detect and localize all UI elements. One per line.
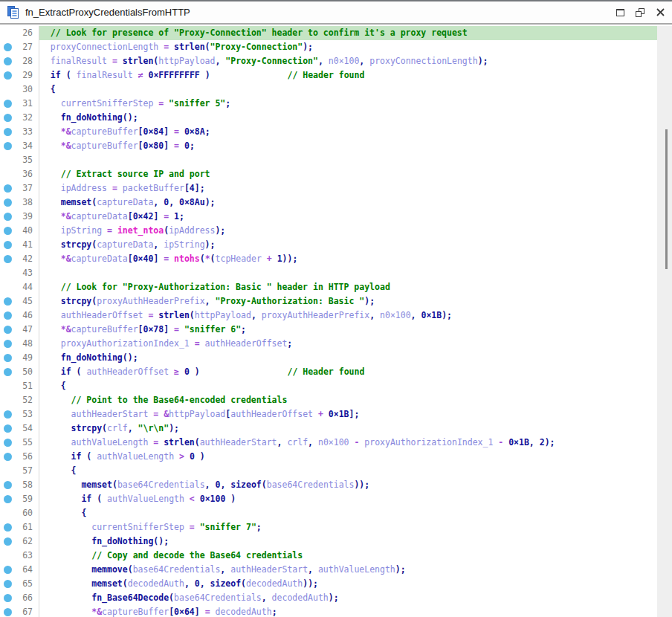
code-text[interactable]: // Copy and decode the Base64 credential… [39, 549, 657, 563]
code-text[interactable]: strcpy(captureData, ipString); [39, 238, 657, 252]
close-button[interactable] [655, 7, 665, 18]
breakpoint-dot[interactable] [4, 453, 12, 461]
breakpoint-slot[interactable] [0, 481, 16, 489]
breakpoint-slot[interactable] [0, 523, 16, 532]
breakpoint-dot[interactable] [4, 241, 12, 249]
code-text[interactable] [39, 153, 657, 167]
maximize-button[interactable] [615, 7, 625, 18]
code-text[interactable]: if ( authValueLength < 0×100 ) [39, 492, 657, 506]
breakpoint-dot[interactable] [4, 594, 12, 602]
breakpoint-dot[interactable] [4, 495, 12, 503]
breakpoint-slot[interactable] [0, 608, 16, 616]
breakpoint-slot[interactable] [0, 580, 16, 588]
breakpoint-dot[interactable] [4, 566, 12, 574]
code-text[interactable]: { [39, 464, 657, 478]
code-text[interactable]: *&captureBuffer[0×64] = decodedAuth; [39, 605, 657, 617]
breakpoint-dot[interactable] [4, 410, 12, 419]
scrollbar-track[interactable] [657, 26, 672, 617]
breakpoint-slot[interactable] [0, 424, 16, 433]
breakpoint-slot[interactable] [0, 198, 16, 207]
code-text[interactable]: *&captureBuffer[0×78] = "sniffer 6"; [39, 323, 657, 337]
breakpoint-dot[interactable] [4, 523, 12, 532]
code-text[interactable]: currentSnifferStep = "sniffer 7"; [39, 520, 657, 534]
breakpoint-dot[interactable] [4, 297, 12, 306]
breakpoint-dot[interactable] [4, 128, 12, 136]
code-text[interactable]: *&captureBuffer[0×84] = 0×8A; [39, 125, 657, 139]
breakpoint-slot[interactable] [0, 184, 16, 193]
code-text[interactable]: // Look for "Proxy-Authorization: Basic … [39, 280, 657, 294]
breakpoint-slot[interactable] [0, 594, 16, 602]
code-text[interactable]: // Point to the Base64-encoded credentia… [39, 393, 657, 407]
breakpoint-slot[interactable] [0, 354, 16, 362]
breakpoint-slot[interactable] [0, 453, 16, 461]
breakpoint-dot[interactable] [4, 580, 12, 588]
code-text[interactable]: memset(captureData, 0, 0×8Au); [39, 196, 657, 210]
breakpoint-dot[interactable] [4, 142, 12, 150]
breakpoint-slot[interactable] [0, 537, 16, 546]
breakpoint-dot[interactable] [4, 608, 12, 616]
code-text[interactable] [39, 266, 657, 280]
breakpoint-slot[interactable] [0, 255, 16, 263]
breakpoint-slot[interactable] [0, 100, 16, 108]
code-text[interactable]: memset(base64Credentials, 0, sizeof(base… [39, 478, 657, 492]
breakpoint-dot[interactable] [4, 255, 12, 263]
code-text[interactable]: if ( finalResult ≠ 0×FFFFFFFF ) // Heade… [39, 68, 657, 83]
breakpoint-slot[interactable] [0, 227, 16, 235]
code-text[interactable]: authHeaderStart = &httpPayload[authHeade… [39, 407, 657, 421]
breakpoint-dot[interactable] [4, 184, 12, 193]
code-text[interactable]: fn_Base64Decode(base64Credentials, decod… [39, 591, 657, 605]
code-text[interactable]: if ( authHeaderOffset ≥ 0 ) // Header fo… [39, 365, 657, 379]
code-text[interactable]: { [39, 506, 657, 520]
code-text[interactable]: *&captureBuffer[0×80] = 0; [39, 139, 657, 153]
code-text[interactable]: memset(decodedAuth, 0, sizeof(decodedAut… [39, 577, 657, 591]
code-text[interactable]: authValueLength = strlen(authHeaderStart… [39, 436, 657, 450]
code-text[interactable]: *&captureData[0×40] = ntohs(*(tcpHeader … [39, 252, 657, 266]
breakpoint-dot[interactable] [4, 114, 12, 122]
breakpoint-slot[interactable] [0, 326, 16, 334]
breakpoint-slot[interactable] [0, 43, 16, 51]
breakpoint-dot[interactable] [4, 213, 12, 221]
code-text[interactable]: // Look for presence of "Proxy-Connectio… [39, 26, 657, 40]
breakpoint-slot[interactable] [0, 213, 16, 221]
breakpoint-slot[interactable] [0, 142, 16, 150]
code-text[interactable]: proxyConnectionLength = strlen("Proxy-Co… [39, 40, 657, 54]
breakpoint-slot[interactable] [0, 71, 16, 80]
code-text[interactable]: ipString = inet_ntoa(ipAddress); [39, 224, 657, 238]
breakpoint-slot[interactable] [0, 297, 16, 306]
breakpoint-slot[interactable] [0, 57, 16, 65]
code-text[interactable]: { [39, 379, 657, 393]
code-text[interactable]: ipAddress = packetBuffer[4]; [39, 181, 657, 196]
code-text[interactable]: *&captureData[0×42] = 1; [39, 210, 657, 224]
breakpoint-dot[interactable] [4, 198, 12, 207]
breakpoint-dot[interactable] [4, 43, 12, 51]
code-text[interactable]: // Extract source IP and port [39, 167, 657, 181]
code-text[interactable]: authHeaderOffset = strlen(httpPayload, p… [39, 308, 657, 323]
breakpoint-slot[interactable] [0, 495, 16, 503]
breakpoint-dot[interactable] [4, 326, 12, 334]
breakpoint-dot[interactable] [4, 57, 12, 65]
breakpoint-slot[interactable] [0, 128, 16, 136]
breakpoint-slot[interactable] [0, 439, 16, 447]
code-text[interactable]: fn_doNothing(); [39, 534, 657, 549]
code-text[interactable]: memmove(base64Credentials, authHeaderSta… [39, 563, 657, 577]
code-text[interactable]: { [39, 83, 657, 97]
breakpoint-dot[interactable] [4, 354, 12, 362]
breakpoint-slot[interactable] [0, 566, 16, 574]
breakpoint-dot[interactable] [4, 537, 12, 546]
breakpoint-slot[interactable] [0, 410, 16, 419]
breakpoint-dot[interactable] [4, 439, 12, 447]
restore-button[interactable] [635, 7, 645, 18]
breakpoint-dot[interactable] [4, 100, 12, 108]
breakpoint-slot[interactable] [0, 368, 16, 376]
breakpoint-dot[interactable] [4, 311, 12, 320]
breakpoint-dot[interactable] [4, 424, 12, 433]
breakpoint-slot[interactable] [0, 114, 16, 122]
breakpoint-dot[interactable] [4, 368, 12, 376]
breakpoint-dot[interactable] [4, 481, 12, 489]
code-text[interactable]: finalResult = strlen(httpPayload, "Proxy… [39, 54, 657, 68]
scrollbar-thumb[interactable] [665, 129, 668, 269]
code-text[interactable]: strcpy(crlf, "\r\n"); [39, 421, 657, 436]
breakpoint-slot[interactable] [0, 241, 16, 249]
code-text[interactable]: strcpy(proxyAuthHeaderPrefix, "Proxy-Aut… [39, 294, 657, 308]
breakpoint-dot[interactable] [4, 71, 12, 80]
